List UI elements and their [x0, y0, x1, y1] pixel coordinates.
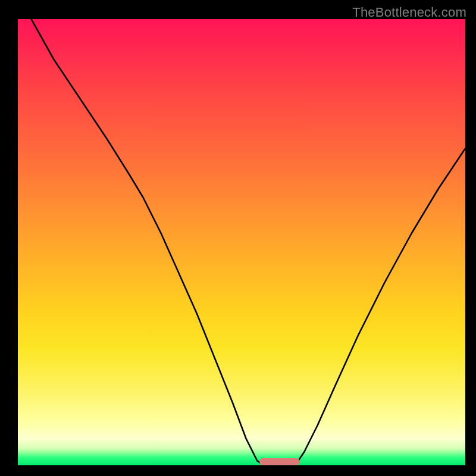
bottleneck-curve — [18, 19, 465, 465]
watermark-text: TheBottleneck.com — [352, 5, 466, 20]
plot-area — [18, 19, 465, 465]
curve-left-branch — [32, 19, 264, 465]
optimum-marker — [259, 458, 300, 465]
curve-right-branch — [295, 149, 465, 466]
chart-frame: TheBottleneck.com — [4, 4, 472, 472]
